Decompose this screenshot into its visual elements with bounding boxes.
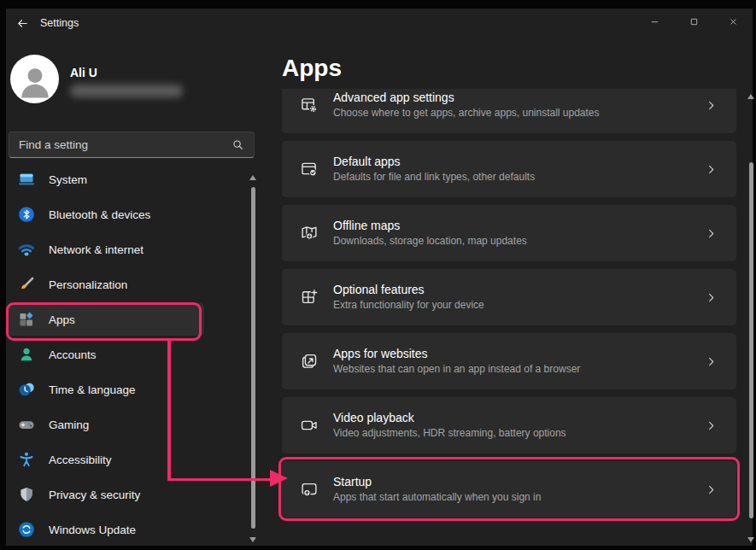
page-title: Apps	[282, 55, 342, 82]
window-title: Settings	[40, 9, 79, 38]
close-button[interactable]	[713, 9, 753, 35]
optional-features-icon	[300, 288, 319, 307]
scroll-up-arrow[interactable]	[747, 94, 754, 99]
main-scrollbar[interactable]	[747, 92, 755, 544]
sidebar-item-label: Accessibility	[49, 453, 112, 466]
chevron-right-icon	[705, 483, 718, 496]
sidebar-item-network-internet[interactable]: Network & internet	[8, 233, 245, 266]
row-title: Apps for websites	[333, 347, 705, 361]
accessibility-icon	[18, 451, 35, 468]
sidebar-nav: SystemBluetooth & devicesNetwork & inter…	[8, 169, 245, 546]
sidebar-item-bluetooth-devices[interactable]: Bluetooth & devices	[8, 198, 245, 231]
row-subtitle: Websites that can open in an app instead…	[333, 363, 705, 376]
sidebar-item-time-language[interactable]: Time & language	[8, 373, 245, 406]
scroll-up-arrow[interactable]	[249, 175, 256, 180]
minimize-button[interactable]	[635, 9, 674, 35]
bluetooth-icon	[18, 206, 35, 223]
row-subtitle: Defaults for file and link types, other …	[333, 171, 705, 184]
sidebar-item-privacy-security[interactable]: Privacy & security	[8, 478, 245, 511]
network-icon	[18, 241, 35, 258]
row-subtitle: Downloads, storage location, map updates	[333, 235, 705, 248]
row-subtitle: Extra functionality for your device	[333, 299, 705, 312]
user-name: Ali U	[70, 66, 97, 79]
settings-row-advanced-app-settings[interactable]: Advanced app settingsChoose where to get…	[282, 89, 736, 133]
user-email-redacted	[70, 85, 183, 97]
close-icon	[729, 17, 738, 26]
sidebar-item-windows-update[interactable]: Windows Update	[8, 513, 245, 546]
chevron-right-icon	[705, 99, 718, 112]
settings-window: Settings Ali U SystemBluetooth & devices…	[6, 9, 753, 546]
startup-icon	[300, 480, 319, 499]
maximize-icon	[689, 17, 699, 26]
main-scrollbar-thumb[interactable]	[749, 162, 753, 518]
sidebar-scrollbar[interactable]	[249, 173, 257, 544]
sidebar-item-label: Privacy & security	[49, 489, 140, 501]
maximize-button[interactable]	[674, 9, 713, 35]
settings-row-startup[interactable]: StartupApps that start automatically whe…	[282, 461, 736, 518]
minimize-icon	[650, 17, 659, 26]
chevron-right-icon	[705, 355, 718, 368]
sidebar-item-label: Windows Update	[49, 524, 136, 536]
back-arrow-icon	[16, 17, 29, 30]
video-playback-icon	[300, 416, 319, 435]
person-silhouette-icon	[16, 64, 54, 102]
offline-maps-icon	[300, 224, 319, 243]
settings-row-default-apps[interactable]: Default appsDefaults for file and link t…	[282, 141, 736, 197]
row-subtitle: Choose where to get apps, archive apps, …	[333, 107, 705, 120]
chevron-right-icon	[705, 227, 718, 240]
sidebar-item-accounts[interactable]: Accounts	[8, 338, 245, 371]
row-title: Optional features	[333, 283, 705, 297]
search-box[interactable]	[9, 132, 255, 158]
sidebar-item-apps[interactable]: Apps	[8, 303, 245, 336]
windows-update-icon	[18, 521, 35, 538]
time-language-icon	[18, 381, 35, 398]
row-subtitle: Video adjustments, HDR streaming, batter…	[333, 427, 705, 440]
back-button[interactable]	[9, 12, 35, 35]
sidebar-item-label: Gaming	[49, 418, 89, 431]
row-subtitle: Apps that start automatically when you s…	[333, 491, 705, 504]
search-input[interactable]	[9, 138, 231, 151]
scroll-down-arrow[interactable]	[747, 537, 754, 542]
row-title: Startup	[333, 475, 705, 489]
row-title: Video playback	[333, 411, 705, 425]
titlebar: Settings	[6, 9, 753, 38]
sidebar-item-label: Apps	[49, 313, 75, 326]
sidebar-item-label: Personalization	[49, 278, 127, 291]
advanced-app-settings-icon	[300, 96, 319, 114]
sidebar-item-label: Time & language	[49, 383, 136, 396]
sidebar-item-gaming[interactable]: Gaming	[8, 408, 245, 441]
privacy-security-icon	[18, 486, 35, 503]
sidebar-item-label: System	[49, 173, 87, 186]
chevron-right-icon	[705, 163, 718, 176]
row-title: Advanced app settings	[333, 91, 705, 105]
settings-row-offline-maps[interactable]: Offline mapsDownloads, storage location,…	[282, 205, 736, 261]
gaming-icon	[18, 416, 35, 433]
settings-row-apps-for-websites[interactable]: Apps for websitesWebsites that can open …	[282, 333, 736, 389]
settings-rows: Advanced app settingsChoose where to get…	[282, 89, 736, 546]
apps-icon	[18, 311, 35, 328]
sidebar-item-label: Accounts	[49, 348, 97, 361]
chevron-right-icon	[705, 291, 718, 304]
row-title: Offline maps	[333, 219, 705, 233]
avatar	[10, 55, 59, 103]
settings-row-video-playback[interactable]: Video playbackVideo adjustments, HDR str…	[282, 397, 736, 453]
accounts-icon	[18, 346, 35, 363]
personalization-icon	[18, 276, 35, 293]
default-apps-icon	[300, 160, 319, 178]
settings-row-optional-features[interactable]: Optional featuresExtra functionality for…	[282, 269, 736, 325]
sidebar-scrollbar-thumb[interactable]	[251, 187, 255, 529]
search-icon	[231, 138, 244, 151]
sidebar-item-personalization[interactable]: Personalization	[8, 268, 245, 301]
sidebar-item-accessibility[interactable]: Accessibility	[8, 443, 245, 476]
chevron-right-icon	[705, 419, 718, 432]
apps-for-websites-icon	[300, 352, 319, 371]
sidebar-item-label: Network & internet	[49, 243, 144, 256]
sidebar-item-label: Bluetooth & devices	[49, 208, 150, 221]
system-icon	[18, 171, 35, 188]
scroll-down-arrow[interactable]	[249, 537, 256, 542]
sidebar-item-system[interactable]: System	[8, 169, 245, 196]
row-title: Default apps	[333, 155, 705, 169]
